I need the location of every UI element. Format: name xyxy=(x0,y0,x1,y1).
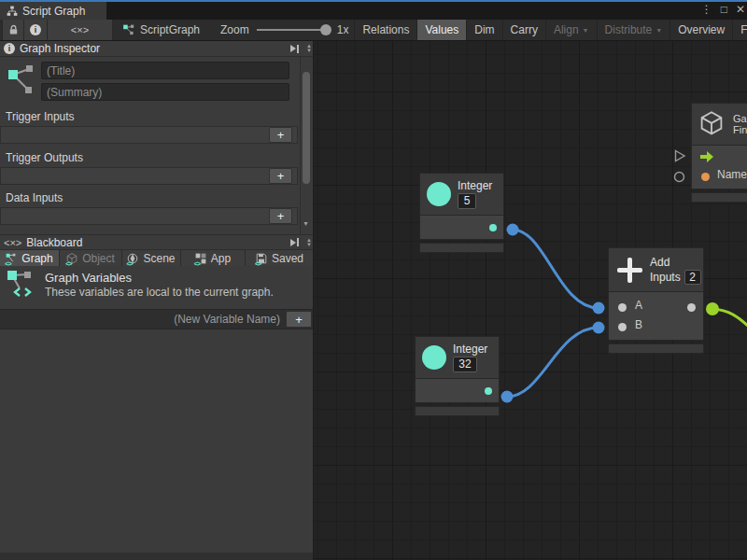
scroll-down-icon[interactable]: ▼ xyxy=(306,49,312,53)
tab-object[interactable]: <> Object xyxy=(60,250,122,266)
output-port[interactable] xyxy=(687,303,696,312)
script-graph-tab-icon xyxy=(7,6,18,17)
add-trigger-output-button[interactable]: + xyxy=(269,168,292,184)
scroll-down-icon[interactable]: ▼ xyxy=(300,220,312,227)
plus-icon: + xyxy=(277,169,285,183)
saved-floppy-icon: <> xyxy=(256,253,268,264)
inputs-count-field[interactable]: 2 xyxy=(684,270,701,285)
trigger-inputs-list xyxy=(0,126,298,144)
data-inputs-list xyxy=(0,207,298,225)
find-node[interactable]: Gam Fin Name xyxy=(691,103,747,203)
window-maximize-icon[interactable]: □ xyxy=(721,3,727,16)
blackboard-header: <×> Blackboard ▲ ▼ xyxy=(0,234,314,250)
add-data-input-button[interactable]: + xyxy=(269,208,292,224)
name-input-port[interactable] xyxy=(701,173,710,181)
tab-graph[interactable]: <> Graph xyxy=(0,250,60,266)
bolt-icon: <×> xyxy=(71,24,89,35)
focus-highlight-line xyxy=(0,0,747,2)
graph-toolbar: i <×> ScriptGraph Zoom 1x Relati xyxy=(0,20,747,41)
add-variable-button[interactable]: + xyxy=(286,311,312,328)
lock-button[interactable] xyxy=(2,20,24,40)
zoom-slider[interactable] xyxy=(257,29,330,31)
full-screen-label: Full Screen xyxy=(740,23,747,36)
tab-saved[interactable]: <> Saved xyxy=(246,250,314,266)
graph-inspector-graph-icon xyxy=(7,63,35,95)
input-port-a[interactable] xyxy=(618,303,627,312)
graph-chip-icon xyxy=(122,24,135,36)
zoom-label: Zoom xyxy=(220,23,249,36)
integer-node-32[interactable]: Integer 32 xyxy=(415,336,500,416)
inspector-scrollbar-thumb[interactable] xyxy=(303,72,310,184)
graph-breadcrumb[interactable]: ScriptGraph xyxy=(122,20,200,40)
graph-variables-section-icon xyxy=(7,270,35,300)
tab-script-graph[interactable]: Script Graph xyxy=(0,2,106,20)
integer-value-field[interactable]: 32 xyxy=(453,357,477,372)
overview-button[interactable]: Overview xyxy=(669,20,732,40)
popout-icon[interactable] xyxy=(290,45,299,53)
zoom-value: 1x xyxy=(337,23,349,36)
integer-type-icon xyxy=(422,345,446,370)
tab-scene[interactable]: <> Scene xyxy=(122,250,181,266)
wire-endpoint[interactable] xyxy=(593,322,605,334)
info-icon: i xyxy=(4,43,15,54)
script-graph-window: Script Graph ⋮ □ ✕ i <×> xyxy=(0,0,747,560)
scene-icon: <> xyxy=(127,253,139,264)
value-port-marker[interactable] xyxy=(673,171,685,183)
info-button[interactable]: i xyxy=(24,20,48,40)
values-label: Values xyxy=(425,23,458,36)
full-screen-button[interactable]: Full Screen xyxy=(732,20,747,40)
inspector-scrollbar[interactable] xyxy=(300,57,312,234)
bolt-icon: <×> xyxy=(4,237,21,248)
plus-icon: + xyxy=(295,313,303,327)
lock-icon xyxy=(8,24,19,35)
zoom-slider-thumb[interactable] xyxy=(320,24,331,35)
integer-output-port[interactable] xyxy=(485,387,492,395)
distribute-dropdown[interactable]: Distribute ▼ xyxy=(597,20,670,40)
wire-integer5-to-a[interactable] xyxy=(513,230,599,308)
new-variable-name-input[interactable] xyxy=(0,313,286,326)
popout-icon[interactable] xyxy=(290,238,299,246)
node-footer xyxy=(608,343,704,354)
carry-label: Carry xyxy=(511,23,538,36)
align-label: Align xyxy=(554,23,579,36)
trigger-port-marker[interactable] xyxy=(674,149,686,162)
node-title-line-1: Gam xyxy=(733,113,747,124)
bolt-button[interactable]: <×> xyxy=(48,20,113,40)
graph-canvas[interactable]: Integer 5 Integer 32 xyxy=(314,41,747,560)
wire-endpoint[interactable] xyxy=(501,391,514,403)
tab-saved-label: Saved xyxy=(272,252,303,265)
node-title-line-2: Fin xyxy=(733,124,747,135)
wire-endpoint[interactable] xyxy=(706,302,719,315)
inspector-title: Graph Inspector xyxy=(20,42,100,55)
integer-value-field[interactable]: 5 xyxy=(458,193,476,209)
tab-app[interactable]: <> App xyxy=(181,250,246,266)
add-trigger-input-button[interactable]: + xyxy=(269,127,292,143)
app-grid-icon: <> xyxy=(195,253,207,264)
dim-label: Dim xyxy=(474,23,494,36)
add-node[interactable]: Add Inputs 2 A B xyxy=(608,247,704,354)
window-close-icon[interactable]: ✕ xyxy=(736,3,745,16)
input-port-b[interactable] xyxy=(618,323,627,331)
wire-integer32-to-b[interactable] xyxy=(507,328,599,397)
wire-endpoint[interactable] xyxy=(507,224,519,236)
integer-output-port[interactable] xyxy=(489,224,497,231)
integer-type-icon xyxy=(427,182,451,206)
tab-scene-label: Scene xyxy=(143,252,175,265)
carry-toggle[interactable]: Carry xyxy=(502,20,545,40)
wire-endpoint[interactable] xyxy=(593,302,605,315)
scroll-down-icon[interactable]: ▼ xyxy=(306,243,312,247)
graph-inspector-header: i Graph Inspector ▲ ▼ xyxy=(0,41,314,57)
trigger-input-arrow-icon[interactable] xyxy=(699,150,714,163)
dim-toggle[interactable]: Dim xyxy=(466,20,501,40)
integer-node-5[interactable]: Integer 5 xyxy=(419,173,504,253)
overview-label: Overview xyxy=(678,23,725,36)
graph-title-input[interactable] xyxy=(41,62,289,79)
tab-object-label: Object xyxy=(82,252,115,265)
values-toggle[interactable]: Values xyxy=(416,20,466,40)
align-dropdown[interactable]: Align ▼ xyxy=(545,20,597,40)
graph-summary-input[interactable] xyxy=(41,83,289,101)
relations-toggle[interactable]: Relations xyxy=(354,20,416,40)
blackboard-title: Blackboard xyxy=(26,236,82,249)
object-cube-icon: <> xyxy=(66,253,78,264)
window-menu-icon[interactable]: ⋮ xyxy=(701,3,712,16)
